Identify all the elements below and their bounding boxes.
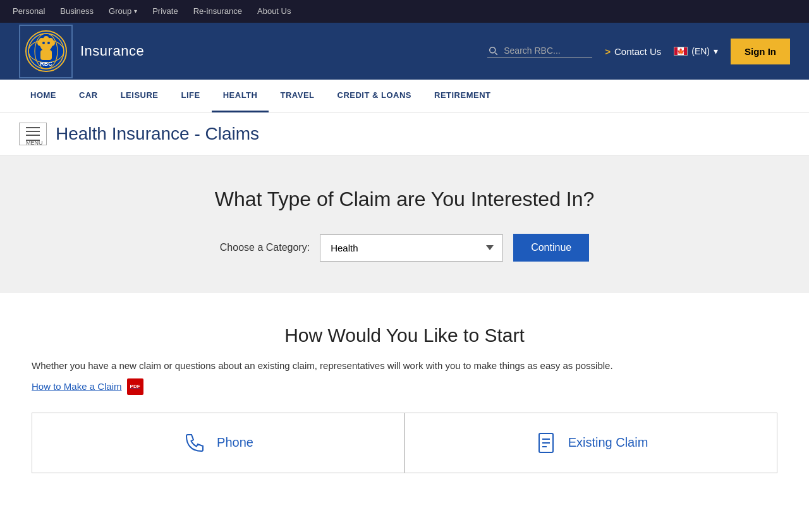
existing-claim-card[interactable]: Existing Claim <box>404 413 777 473</box>
menu-button[interactable]: MENU <box>19 123 47 145</box>
rbc-logo: RBC <box>19 25 73 78</box>
search-area <box>487 45 592 58</box>
chevron-down-icon: ▾ <box>134 0 137 23</box>
svg-point-10 <box>44 36 49 41</box>
language-selector[interactable]: 🍁 (EN) ▾ <box>674 46 718 56</box>
contact-us-link[interactable]: Contact Us <box>605 46 661 57</box>
menu-line <box>26 127 40 128</box>
search-icon <box>487 45 499 56</box>
top-nav: Personal Business Group ▾ Private Re-ins… <box>0 0 809 23</box>
category-select[interactable]: Health Dental Vision Travel Life <box>320 234 503 262</box>
topnav-private[interactable]: Private <box>152 0 178 23</box>
nav-home[interactable]: HOME <box>19 80 68 112</box>
sign-in-button[interactable]: Sign In <box>731 39 790 64</box>
phone-card-label: Phone <box>217 435 253 450</box>
page-title: Health Insurance - Claims <box>56 124 259 144</box>
category-section: What Type of Claim are You Interested In… <box>0 156 809 293</box>
how-section: How Would You Like to Start Whether you … <box>0 293 809 511</box>
menu-label: MENU <box>26 140 40 141</box>
logo-link[interactable]: RBC Insurance <box>19 25 144 78</box>
nav-travel[interactable]: TRAVEL <box>269 80 325 112</box>
category-form: Choose a Category: Health Dental Vision … <box>19 234 790 262</box>
how-heading: How Would You Like to Start <box>32 325 777 346</box>
cards-row: Phone Existing Claim <box>32 413 777 473</box>
document-icon <box>534 431 558 455</box>
topnav-about-us[interactable]: About Us <box>257 0 291 23</box>
category-label: Choose a Category: <box>220 242 310 253</box>
nav-leisure[interactable]: LEISURE <box>109 80 170 112</box>
nav-car[interactable]: CAR <box>68 80 109 112</box>
existing-claim-label: Existing Claim <box>568 435 648 450</box>
phone-icon <box>183 431 207 455</box>
svg-rect-13 <box>40 50 52 60</box>
main-nav: HOME CAR LEISURE LIFE HEALTH TRAVEL CRED… <box>0 80 809 112</box>
nav-credit[interactable]: CREDIT & LOANS <box>326 80 423 112</box>
svg-text:RBC: RBC <box>40 61 52 67</box>
topnav-reinsurance[interactable]: Re-insurance <box>193 0 242 23</box>
header-right: Contact Us 🍁 (EN) ▾ Sign In <box>487 39 790 64</box>
nav-health[interactable]: HEALTH <box>212 80 269 112</box>
svg-point-12 <box>47 42 50 44</box>
phone-card[interactable]: Phone <box>32 413 404 473</box>
topnav-personal[interactable]: Personal <box>13 0 45 23</box>
page-title-bar: MENU Health Insurance - Claims <box>0 112 809 156</box>
svg-point-11 <box>42 42 45 44</box>
nav-retirement[interactable]: RETIREMENT <box>423 80 502 112</box>
chevron-down-icon: ▾ <box>714 46 718 56</box>
topnav-business[interactable]: Business <box>60 0 94 23</box>
how-to-make-claim-link[interactable]: How to Make a Claim PDF <box>32 378 143 395</box>
category-heading: What Type of Claim are You Interested In… <box>19 188 790 211</box>
header: RBC Insurance Contact Us 🍁 (EN) ▾ Sign I… <box>0 23 809 80</box>
pdf-icon: PDF <box>127 378 143 395</box>
nav-life[interactable]: LIFE <box>170 80 212 112</box>
search-input[interactable] <box>504 45 592 56</box>
flag-icon: 🍁 <box>674 47 688 56</box>
insurance-label: Insurance <box>80 43 144 59</box>
menu-line <box>26 131 40 132</box>
how-description: Whether you have a new claim or question… <box>32 359 777 373</box>
menu-line <box>26 135 40 136</box>
continue-button[interactable]: Continue <box>513 234 589 262</box>
topnav-group[interactable]: Group ▾ <box>109 0 137 23</box>
